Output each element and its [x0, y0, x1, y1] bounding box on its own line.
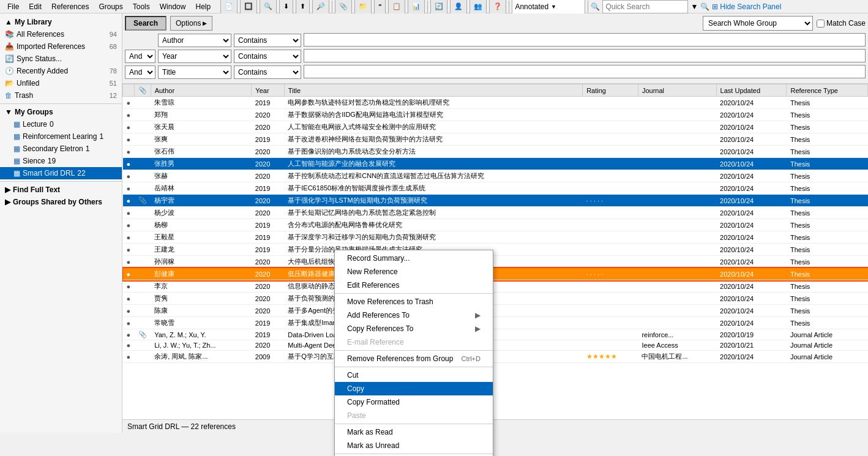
- table-row[interactable]: ●张天晨2020人工智能在电网嵌入式终端安全检测中的应用研究2020/10/24…: [123, 121, 868, 133]
- sidebar-item-all-references[interactable]: 📚 All References 94: [0, 28, 122, 40]
- toolbar-btn13[interactable]: 👥: [470, 0, 487, 15]
- search-button[interactable]: Search: [125, 16, 166, 31]
- table-row[interactable]: ●余涛, 周斌, 陈家...2009基于Q学习的互联电力系统分散协调智能AGC方…: [123, 351, 868, 363]
- toolbar-btn8[interactable]: 📁: [354, 0, 372, 15]
- table-row[interactable]: ●📎Yan, Z. M.; Xu, Y.2019Data-Driven Load…: [123, 329, 868, 340]
- table-row[interactable]: ●朱雪琼2019电网参数与轨迹特征对暂态功角稳定性的影响机理研究2020/10/…: [123, 97, 868, 109]
- table-row[interactable]: ●Li, J. W.; Yu, T.; Zh...2020Multi-Agent…: [123, 340, 868, 351]
- my-library-header[interactable]: ▲ My Library: [0, 16, 122, 28]
- table-row[interactable]: ●王毅星2019基于深度学习和迁移学习的短期电力负荷预测研究2020/10/24…: [123, 231, 868, 244]
- table-row[interactable]: ●王建龙2019基于分量分治的风功率极端场景生成方法研究2020/10/24Th…: [123, 244, 868, 256]
- context-menu-item-cut[interactable]: Cut: [335, 368, 493, 382]
- find-full-text-header[interactable]: ▶ Find Full Text: [0, 184, 122, 196]
- toolbar-new-ref[interactable]: 📄: [220, 0, 238, 15]
- table-row[interactable]: ●陈康2020基于多Agent的变电站自动化系统信息安全研究2020/10/24…: [123, 305, 868, 317]
- toolbar-quote[interactable]: ": [374, 0, 386, 15]
- context-menu-item-copy-references-to[interactable]: Copy References To▶: [335, 322, 493, 335]
- logic-select-3[interactable]: And: [125, 65, 155, 79]
- th-type[interactable]: Reference Type: [787, 84, 868, 97]
- th-year[interactable]: Year: [252, 84, 284, 97]
- search-condition-3[interactable]: Contains: [234, 65, 301, 79]
- search-condition-1[interactable]: Contains: [234, 34, 301, 47]
- table-row[interactable]: ●郑翔2020基于数据驱动的含IIDG配电网短路电流计算模型研究2020/10/…: [123, 109, 868, 121]
- context-menu-item-add-references-to[interactable]: Add References To▶: [335, 308, 493, 322]
- logic-select-2[interactable]: And: [125, 50, 155, 63]
- th-updated[interactable]: Last Updated: [716, 84, 787, 97]
- context-menu-item-record-summary[interactable]: Record Summary...: [335, 252, 493, 265]
- context-menu-item-mark-as-unread[interactable]: Mark as Unread: [335, 439, 493, 452]
- table-row[interactable]: ●李京2020信息驱动的静态电压稳定裕度快速评估方法研究2020/10/24Th…: [123, 280, 868, 293]
- menu-help[interactable]: Help: [190, 1, 215, 12]
- table-row[interactable]: ●杨少波2020基于长短期记忆网络的电力系统暂态急定紧急控制2020/10/24…: [123, 207, 868, 219]
- menu-edit[interactable]: Edit: [24, 1, 47, 12]
- sidebar-item-recently-added[interactable]: 🕐 Recently Added 78: [0, 65, 122, 77]
- my-groups-header[interactable]: ▼ My Groups: [0, 106, 122, 118]
- search-field-1[interactable]: Author: [158, 34, 231, 47]
- th-clip[interactable]: 📎: [134, 84, 151, 97]
- toolbar-btn11[interactable]: 🔄: [430, 0, 447, 15]
- menu-file[interactable]: File: [2, 1, 24, 12]
- table-row[interactable]: ●张赫2020基于控制系统动态过程和CNN的直流送端暂态过电压估算方法研究202…: [123, 170, 868, 182]
- table-row[interactable]: ●杨柳2019含分布式电源的配电网络鲁棒优化研究2020/10/24Thesis: [123, 219, 868, 231]
- match-case-checkbox[interactable]: [817, 20, 825, 28]
- toolbar-btn6[interactable]: 🔎: [312, 0, 329, 15]
- toolbar-btn14[interactable]: ❓: [489, 0, 506, 15]
- menu-groups[interactable]: Groups: [94, 1, 127, 12]
- sidebar-item-smart-grid[interactable]: ▦ Smart Grid DRL 22: [0, 167, 122, 179]
- quick-search-input[interactable]: [602, 0, 688, 13]
- table-row[interactable]: ●张石伟2020基于图像识别的电力系统动态安全分析方法2020/10/24The…: [123, 146, 868, 158]
- search-value-2[interactable]: [304, 49, 866, 62]
- search-value-1[interactable]: [304, 33, 866, 47]
- toolbar-btn9[interactable]: 📋: [388, 0, 405, 15]
- context-menu-item-new-reference[interactable]: New Reference: [335, 265, 493, 278]
- context-menu-item-remove-from-group[interactable]: Remove References from GroupCtrl+D: [335, 352, 493, 365]
- groups-shared-header[interactable]: ▶ Groups Shared by Others: [0, 196, 122, 208]
- toolbar-btn7[interactable]: 📎: [335, 0, 352, 15]
- toolbar-btn3[interactable]: 🔍: [260, 0, 277, 15]
- options-button[interactable]: Options ▶: [170, 16, 212, 31]
- sidebar-item-trash[interactable]: 🗑 Trash 12: [0, 89, 122, 102]
- sidebar-item-lecture[interactable]: ▦ Lecture 0: [0, 118, 122, 130]
- context-menu-item-copy-formatted[interactable]: Copy Formatted: [335, 395, 493, 409]
- sidebar-item-unfiled[interactable]: 📂 Unfiled 51: [0, 77, 122, 89]
- sidebar-item-secondary[interactable]: ▦ Secondary Eletron 1: [0, 143, 122, 155]
- hide-search-panel-btn[interactable]: ⊞ Hide Search Panel: [712, 2, 781, 11]
- mode-dropdown[interactable]: Annotated ▼: [512, 0, 585, 15]
- menu-window[interactable]: Window: [155, 1, 191, 12]
- th-rating[interactable]: Rating: [583, 84, 638, 97]
- th-dot[interactable]: [123, 84, 135, 97]
- search-condition-2[interactable]: Contains: [234, 50, 301, 63]
- match-case-label[interactable]: Match Case: [817, 19, 866, 28]
- table-row[interactable]: ●常晓雪2019基于集成型Iman检验的电力系统谐波溯源研究2020/10/24…: [123, 317, 868, 329]
- table-row[interactable]: ●📎杨宇营2020基于强化学习与LSTM的短期电力负荷预测研究· · · · ·…: [123, 195, 868, 207]
- sidebar-item-sync[interactable]: 🔄 Sync Status...: [0, 53, 122, 65]
- toolbar-btn10[interactable]: 📊: [408, 0, 425, 15]
- toolbar-btn4[interactable]: ⬇: [279, 0, 293, 15]
- context-menu-item-move-to-trash[interactable]: Move References to Trash: [335, 295, 493, 308]
- th-journal[interactable]: Journal: [638, 84, 716, 97]
- context-menu-item-copy[interactable]: Copy: [335, 382, 493, 395]
- table-row[interactable]: ●张胜男2020人工智能与能源产业的融合发展研究2020/10/24Thesis: [123, 158, 868, 170]
- menu-references[interactable]: References: [47, 1, 94, 12]
- menu-tools[interactable]: Tools: [128, 1, 155, 12]
- table-row[interactable]: ●孙润稼2020大停电后机组恢复策略研究2020/10/24Thesis: [123, 256, 868, 268]
- search-field-2[interactable]: Year: [158, 50, 231, 63]
- table-row[interactable]: ●张爽2019基于改进卷积神经网络在短期负荷预测中的方法研究2020/10/24…: [123, 133, 868, 146]
- table-row[interactable]: ●贾隽2020基于负荷预测的多类型可控负荷日前优化调度研究2020/10/24T…: [123, 293, 868, 305]
- table-row[interactable]: ●彭健康2020低压断路器健康状态监测与故障诊断研究· · · · ·2020/…: [123, 268, 868, 280]
- toolbar-btn2[interactable]: 🔲: [240, 0, 257, 15]
- sidebar-item-reinforcement[interactable]: ▦ Reinforcement Learing 1: [0, 130, 122, 143]
- search-field-3[interactable]: Title: [158, 65, 231, 79]
- sidebar-item-sience[interactable]: ▦ Sience 19: [0, 155, 122, 167]
- th-title[interactable]: Title: [284, 84, 582, 97]
- search-value-3[interactable]: [304, 65, 866, 78]
- context-menu-item-edit-references[interactable]: Edit References: [335, 278, 493, 292]
- th-author[interactable]: Author: [151, 84, 252, 97]
- toolbar-btn12[interactable]: 👤: [450, 0, 467, 15]
- table-row[interactable]: ●岳靖林2019基于IEC61850标准的智能调度操作票生成系统2020/10/…: [123, 182, 868, 195]
- context-menu-item-mark-as-read[interactable]: Mark as Read: [335, 425, 493, 439]
- toolbar-btn5[interactable]: ⬆: [296, 0, 310, 15]
- search-options-icon[interactable]: ▼: [690, 2, 698, 11]
- search-scope-select[interactable]: Search Whole Group: [703, 16, 813, 31]
- sidebar-item-imported[interactable]: 📥 Imported References 68: [0, 40, 122, 53]
